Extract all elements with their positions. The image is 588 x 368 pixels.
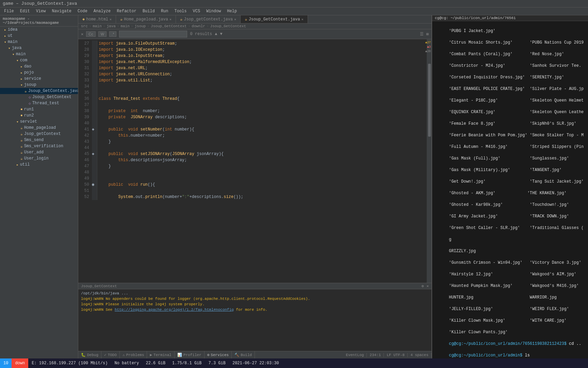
status-build[interactable]: 🔨 Build <box>232 351 255 358</box>
search-prev-icon[interactable]: ▲ <box>215 32 217 36</box>
console-close-icon[interactable]: ✕ <box>426 284 429 288</box>
status-todo[interactable]: ✓ TODO <box>101 351 120 358</box>
sidebar-item-main[interactable]: ▾ main <box>0 51 78 57</box>
sidebar-item-home-pageload[interactable]: ☕ Home_pageload <box>0 125 78 131</box>
sidebar-item-java[interactable]: ▾ java <box>0 45 78 51</box>
sidebar-tree[interactable]: ▸ idea ▸ ut ▾ main ▾ java ▾ main ▾ com <box>0 27 78 358</box>
status-debug[interactable]: 🐛 Debug <box>78 351 101 358</box>
tab-jsop-getcontext[interactable]: ☕ Jsop_getContext.java ✕ <box>176 15 241 23</box>
tab-close-btn[interactable]: ✕ <box>169 17 172 21</box>
terminal-icon: ▶ <box>150 353 152 357</box>
sidebar-item-jsoup-getcontext[interactable]: ◇ Jsoup_GetContext <box>0 94 78 100</box>
scroll-gutter[interactable]: ▲27 ▲3 ▲20 <box>427 39 431 283</box>
java-icon: ☕ <box>120 17 122 22</box>
tab-jsoup-getcontext[interactable]: ☕ Jsoup_GetContext.java ✕ <box>241 15 308 23</box>
search-btn-w[interactable]: W <box>98 31 107 37</box>
breadcrumb-getcontext2[interactable]: Jsoup_GetContext <box>210 24 246 28</box>
search-next-icon[interactable]: ▼ <box>220 32 222 36</box>
sidebar-item-service[interactable]: ▸ service <box>0 76 78 82</box>
menu-build[interactable]: Build <box>140 8 158 14</box>
menu-vcs[interactable]: VCS <box>190 8 203 14</box>
menu-edit[interactable]: Edit <box>17 8 33 14</box>
search-close-icon[interactable]: ✕ <box>81 32 83 37</box>
sidebar-item-idea[interactable]: ▸ idea <box>0 27 78 33</box>
sidebar-item-sms-send[interactable]: ☕ Sms_send <box>0 137 78 143</box>
code-line-42: 42 this.number=number; <box>78 133 427 139</box>
status-terminal[interactable]: ▶ Terminal <box>147 351 174 358</box>
sidebar-item-util[interactable]: ▸ util <box>0 162 78 168</box>
menu-help[interactable]: Help <box>224 8 240 14</box>
console-title: Jsoup_GetContext <box>81 284 117 288</box>
term-line: 'Full Autumn - M416.jpg' 'Striped Slippe… <box>449 144 584 149</box>
menu-window[interactable]: Window <box>203 8 224 14</box>
sidebar-item-dao[interactable]: ▸ dao <box>0 63 78 70</box>
breadcrumb-main2[interactable]: main <box>120 24 129 28</box>
sidebar-item-label: run1 <box>24 107 34 112</box>
breadcrumb-java[interactable]: java <box>107 24 115 28</box>
menu-tools[interactable]: Tools <box>172 8 190 14</box>
java-file-icon: ☕ <box>20 144 23 149</box>
status-services[interactable]: ⚙ Services <box>205 351 232 358</box>
status-position: 234:1 <box>367 353 384 357</box>
search-history-icon[interactable]: ☰ <box>420 32 424 37</box>
terminal-content[interactable]: 'PUBG I Jacket.jpg' 'Citrus Mosaic Short… <box>432 21 588 358</box>
menu-code[interactable]: Code <box>75 8 90 14</box>
sidebar-item-jsoup[interactable]: ▾ jsoup <box>0 82 78 88</box>
java-file-icon: ● <box>20 113 23 118</box>
breadcrumb-downlr[interactable]: downlr <box>192 24 205 28</box>
term-line: 'JELLY-FILLED.jpg' 'WEIRD FLEX.jpg' <box>449 307 569 311</box>
menu-file[interactable]: File <box>1 8 17 14</box>
menu-analyze[interactable]: Analyze <box>91 8 113 14</box>
menu-refactor[interactable]: Refactor <box>114 8 139 14</box>
tab-close-btn[interactable]: ✕ <box>301 17 304 21</box>
menu-run[interactable]: Run <box>158 8 171 14</box>
sidebar-item-servlet[interactable]: ▾ servlet <box>0 119 78 125</box>
code-editor[interactable]: 27 import java.io.FileOutputStream; 28 i… <box>78 39 427 283</box>
sidebar-item-run2[interactable]: ● run2 <box>0 112 78 119</box>
sidebar-item-sms-verification[interactable]: ☕ Sms_verification <box>0 143 78 149</box>
code-line-51: 51 <box>78 188 427 194</box>
status-eventlog[interactable]: EventLog <box>343 353 367 357</box>
sidebar-item-jsop-getcontext[interactable]: ☕ Jsop_getContext <box>0 131 78 137</box>
java-file-icon: ☕ <box>20 126 23 130</box>
sidebar-item-pojo[interactable]: ▸ pojo <box>0 70 78 76</box>
sidebar-item-label: pojo <box>24 70 34 75</box>
breadcrumb-main[interactable]: main <box>93 24 101 28</box>
term-line: 'Gas Mask (Full).jpg' 'Sunglasses.jpg' <box>449 156 569 161</box>
sidebar-item-ut[interactable]: ▸ ut <box>0 33 78 39</box>
breadcrumb-jsoup[interactable]: jsoup <box>134 24 146 28</box>
sidebar-item-com[interactable]: ▾ com <box>0 57 78 63</box>
breadcrumb-src[interactable]: src <box>81 24 88 28</box>
search-btn-regex[interactable]: .* <box>109 31 116 37</box>
breadcrumb-getcontext[interactable]: Jsoup_GetContext <box>151 24 187 28</box>
console-settings-icon[interactable]: ⚙ <box>422 284 424 288</box>
sidebar-item-user-login[interactable]: ☕ User_login <box>0 155 78 162</box>
java-file-icon: ☕ <box>20 150 23 155</box>
tab-close-btn[interactable]: ✕ <box>110 17 112 21</box>
sidebar-item-run1[interactable]: ● run1 <box>0 106 78 112</box>
sidebar-item-thread-test[interactable]: ◇ Thread_test <box>0 100 78 106</box>
code-line-41: 41 ◈ public void setNumber(int number){ <box>78 126 427 133</box>
tab-label: home.html <box>86 17 108 22</box>
sidebar-item-user-add[interactable]: ☕ User_add <box>0 149 78 155</box>
search-filter-icon[interactable]: ⊞ <box>426 32 429 37</box>
status-profiler[interactable]: 📊 Profiler <box>175 351 205 358</box>
tab-close-btn[interactable]: ✕ <box>234 17 236 21</box>
sidebar-item-jsoup-getcontext-java[interactable]: ☕ Jsoup_GetContext.java <box>0 88 78 94</box>
tab-home-pageload[interactable]: ☕ Home_pageload.java ✕ <box>116 15 176 23</box>
project-label: maomaogame - ~/IdeaProjects/maomaogame <box>3 17 59 25</box>
status-problems[interactable]: ⚠ Problems <box>120 351 147 358</box>
search-btn-cc[interactable]: Cc <box>86 31 95 37</box>
menu-view[interactable]: View <box>33 8 49 14</box>
bottom-storage: 22.6 GiB <box>142 361 169 366</box>
status-indent: 4 spaces <box>408 353 431 357</box>
search-input[interactable] <box>119 31 187 37</box>
date-label: 2021-06-27 22:03:30 <box>232 361 279 366</box>
code-line-33: 33 import java.util.List; <box>78 77 427 83</box>
sidebar-item-main-root[interactable]: ▾ main <box>0 39 78 45</box>
code-line-35: 35 <box>78 90 427 96</box>
log-link[interactable]: http://logging.apache.org/log4j/1.2/faq.… <box>115 308 234 312</box>
bottom-workspace-num[interactable]: 10 <box>0 358 12 368</box>
tab-home-html[interactable]: ◈ home.html ✕ <box>78 15 116 23</box>
menu-navigate[interactable]: Navigate <box>49 8 74 14</box>
